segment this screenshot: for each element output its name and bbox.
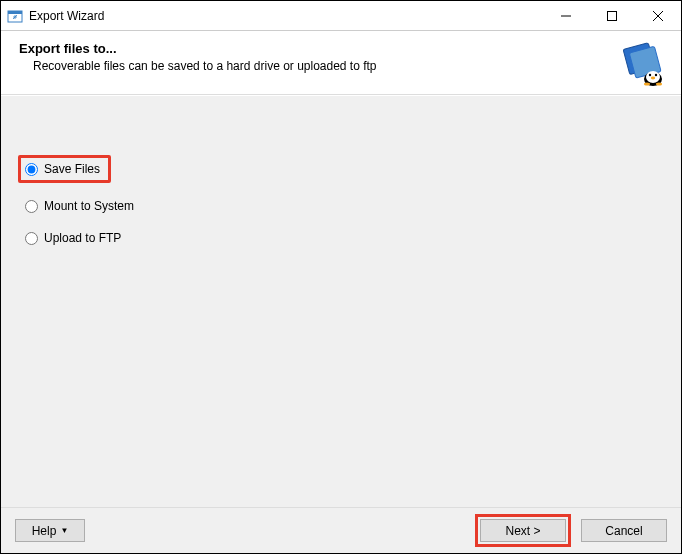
radio-upload-ftp[interactable] [25,232,38,245]
option-mount-system[interactable]: Mount to System [21,197,138,215]
radio-label: Mount to System [44,199,134,213]
radio-save-files[interactable] [25,163,38,176]
chevron-down-icon: ▼ [60,526,68,535]
option-upload-ftp[interactable]: Upload to FTP [21,229,125,247]
radio-mount-system[interactable] [25,200,38,213]
svg-point-11 [655,74,657,76]
svg-point-13 [644,83,650,86]
page-title: Export files to... [19,41,663,56]
window-title: Export Wizard [29,9,543,23]
titlebar[interactable]: Export Wizard [1,1,681,31]
export-options-group: Save Files Mount to System Upload to FTP [21,155,663,247]
close-button[interactable] [635,1,681,30]
minimize-button[interactable] [543,1,589,30]
wizard-footer: Help ▼ Next > Cancel [1,507,681,553]
maximize-button[interactable] [589,1,635,30]
svg-rect-3 [608,11,617,20]
svg-point-10 [649,74,651,76]
page-subtitle: Recoverable files can be saved to a hard… [33,59,663,73]
radio-label: Upload to FTP [44,231,121,245]
option-save-files[interactable]: Save Files [18,155,111,183]
wizard-icon [617,37,667,87]
svg-rect-1 [8,11,22,14]
app-icon [7,8,23,24]
cancel-button[interactable]: Cancel [581,519,667,542]
svg-point-12 [651,77,655,80]
window-controls [543,1,681,30]
next-button[interactable]: Next > [480,519,566,542]
wizard-header: Export files to... Recoverable files can… [1,31,681,95]
wizard-content: Save Files Mount to System Upload to FTP [1,95,681,507]
next-button-highlight: Next > [475,514,571,547]
help-button[interactable]: Help ▼ [15,519,85,542]
help-label: Help [32,524,57,538]
radio-label: Save Files [44,162,100,176]
svg-point-14 [656,83,662,86]
